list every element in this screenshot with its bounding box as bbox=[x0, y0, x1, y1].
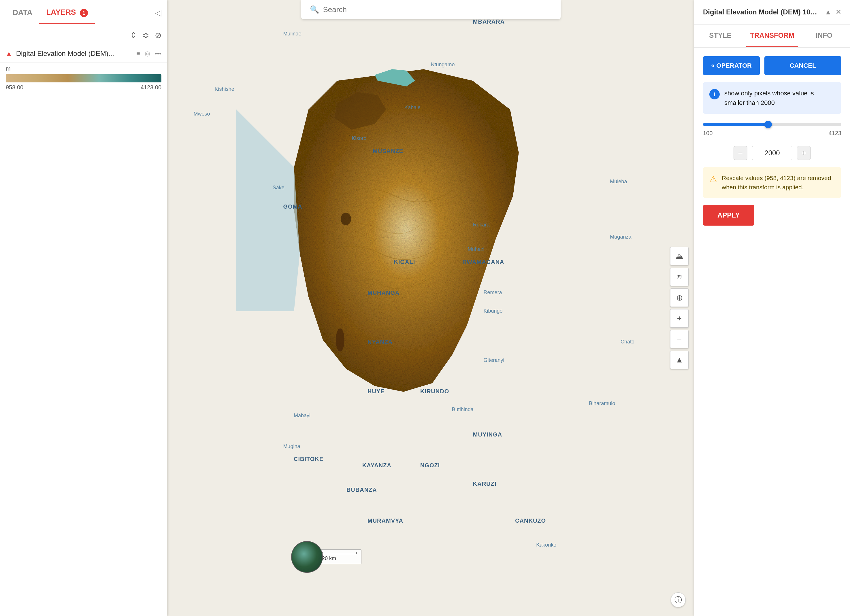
collapse-panel-button[interactable]: ◁ bbox=[155, 8, 162, 18]
rwanda-shape bbox=[294, 69, 519, 392]
svg-point-1 bbox=[336, 329, 344, 351]
terrain-lines-button[interactable]: ≋ bbox=[670, 268, 688, 286]
legend-container: m 958.00 4123.00 bbox=[0, 63, 167, 97]
map-city-label: Biharamulo bbox=[589, 401, 615, 407]
slider-thumb[interactable] bbox=[765, 121, 772, 128]
search-bar: 🔍 bbox=[301, 0, 561, 19]
legend-min-value: 958.00 bbox=[6, 84, 23, 91]
layer-settings-icon[interactable]: ≡ bbox=[136, 50, 140, 57]
map-city-label: Muganza bbox=[610, 234, 631, 240]
map-city-label: MUYINGA bbox=[473, 431, 502, 438]
map-city-label: MUHANGA bbox=[368, 290, 400, 296]
terrain-overlay bbox=[236, 23, 611, 498]
map-city-label: Giteranyi bbox=[483, 357, 504, 363]
left-panel-tabs: DATA LAYERS 1 ◁ bbox=[0, 0, 167, 26]
left-panel: DATA LAYERS 1 ◁ ⇕ ≎ ⊘ ▲ Digital Elevatio… bbox=[0, 0, 167, 616]
map-city-label: Chato bbox=[621, 339, 635, 345]
map-city-label: NYANZA bbox=[368, 339, 393, 345]
tab-data[interactable]: DATA bbox=[6, 2, 39, 24]
map-city-label: Mugina bbox=[283, 443, 300, 450]
legend-range: 958.00 4123.00 bbox=[6, 84, 162, 91]
increment-button[interactable]: + bbox=[797, 146, 811, 160]
scale-label: 20 km bbox=[322, 556, 336, 561]
map-city-label: MBARARA bbox=[473, 18, 505, 25]
layer-item: ▲ Digital Elevation Model (DEM)... ≡ ◎ •… bbox=[0, 45, 167, 63]
map-city-label: Mabayi bbox=[294, 413, 310, 419]
map-city-label: Kabale bbox=[404, 105, 421, 111]
decrement-button[interactable]: − bbox=[733, 146, 747, 160]
layer-more-icon[interactable]: ••• bbox=[155, 50, 162, 57]
hide-icon[interactable]: ⊘ bbox=[155, 31, 162, 40]
map-city-label: Remera bbox=[483, 290, 502, 296]
map-city-label: KAYANZA bbox=[362, 462, 391, 469]
location-button[interactable]: ⊕ bbox=[670, 289, 688, 307]
map-city-label: Sake bbox=[273, 185, 284, 191]
map-city-label: MUSANZE bbox=[373, 148, 403, 154]
search-input[interactable] bbox=[323, 5, 438, 14]
tab-info[interactable]: INFO bbox=[798, 24, 850, 47]
compass-button[interactable]: ▲ bbox=[670, 351, 688, 369]
operator-button[interactable]: « OPERATOR bbox=[703, 56, 760, 75]
map-city-label: NGOZI bbox=[420, 462, 440, 469]
info-message-text: show only pixels whose value is smaller … bbox=[724, 88, 835, 108]
tab-transform[interactable]: TRANSFORM bbox=[746, 24, 798, 47]
layer-toolbar: ⇕ ≎ ⊘ bbox=[0, 26, 167, 45]
map-city-label: Kishishe bbox=[215, 86, 234, 92]
map-city-label: MURAMVYA bbox=[368, 517, 403, 524]
map-city-label: CIBITOKE bbox=[294, 456, 323, 462]
slider-labels: 100 4123 bbox=[703, 130, 841, 136]
terrain-button[interactable]: ⛰ bbox=[670, 247, 688, 265]
apply-button[interactable]: APPLY bbox=[703, 205, 754, 226]
right-panel-body: « OPERATOR CANCEL i show only pixels who… bbox=[694, 48, 850, 616]
map-area[interactable]: 🔍 MBARARAMulindeNtungamoKishisheMwesoKab… bbox=[167, 0, 694, 616]
map-city-label: Kisoro bbox=[352, 135, 366, 142]
lake-kivu bbox=[236, 109, 300, 311]
warning-message-box: ⚠ Rescale values (958, 4123) are removed… bbox=[703, 167, 841, 198]
map-city-label: GOMA bbox=[283, 203, 302, 210]
right-panel: Digital Elevation Model (DEM) 10m Res...… bbox=[694, 0, 850, 616]
minimize-icon[interactable]: ▲ bbox=[825, 8, 832, 16]
map-city-label: Mweso bbox=[193, 111, 210, 117]
map-city-label: Ntungamo bbox=[431, 62, 455, 68]
layer-actions: ≡ ◎ ••• bbox=[136, 50, 162, 57]
zoom-out-button[interactable]: − bbox=[670, 330, 688, 348]
layer-expand-icon[interactable]: ▲ bbox=[6, 50, 12, 57]
value-input-row: − + bbox=[703, 146, 841, 160]
search-icon: 🔍 bbox=[310, 5, 319, 14]
layers-badge: 1 bbox=[80, 9, 88, 17]
info-icon: i bbox=[709, 89, 720, 99]
globe-preview[interactable] bbox=[291, 541, 323, 573]
map-city-label: KIRUNDO bbox=[420, 388, 449, 395]
scale-bar: 20 km bbox=[317, 549, 361, 564]
tab-layers[interactable]: LAYERS 1 bbox=[39, 2, 94, 24]
legend-color-bar bbox=[6, 74, 162, 82]
sort-icon[interactable]: ⇕ bbox=[130, 31, 137, 40]
map-city-label: BUBANZA bbox=[346, 487, 377, 493]
map-city-label: Butihinda bbox=[452, 407, 474, 413]
map-city-label: Muleba bbox=[610, 179, 627, 185]
slider-min-label: 100 bbox=[703, 130, 712, 136]
svg-point-0 bbox=[341, 212, 351, 225]
legend-unit: m bbox=[6, 66, 162, 72]
right-panel-header: Digital Elevation Model (DEM) 10m Res...… bbox=[694, 0, 850, 24]
map-city-label: Kakonko bbox=[536, 542, 556, 548]
cancel-button[interactable]: CANCEL bbox=[765, 56, 841, 75]
slider-track bbox=[703, 123, 841, 126]
tab-style[interactable]: STYLE bbox=[694, 24, 746, 47]
warning-message-text: Rescale values (958, 4123) are removed w… bbox=[722, 173, 835, 191]
layer-visibility-icon[interactable]: ◎ bbox=[145, 50, 150, 57]
close-panel-icon[interactable]: ✕ bbox=[836, 8, 841, 16]
app-container: DATA LAYERS 1 ◁ ⇕ ≎ ⊘ ▲ Digital Elevatio… bbox=[0, 0, 850, 616]
layer-name-label: Digital Elevation Model (DEM)... bbox=[16, 49, 132, 58]
right-panel-tabs: STYLE TRANSFORM INFO bbox=[694, 24, 850, 48]
map-info-button[interactable]: ⓘ bbox=[671, 592, 686, 607]
map-city-label: Mulinde bbox=[283, 31, 301, 37]
map-city-label: KARUZI bbox=[473, 481, 497, 487]
operator-cancel-row: « OPERATOR CANCEL bbox=[703, 56, 841, 75]
warning-icon: ⚠ bbox=[709, 174, 717, 184]
filter-icon[interactable]: ≎ bbox=[142, 31, 149, 40]
map-city-label: CANKUZO bbox=[515, 517, 546, 524]
threshold-value-input[interactable] bbox=[752, 146, 792, 160]
map-city-label: RWAMAGANA bbox=[462, 259, 504, 265]
zoom-in-button[interactable]: + bbox=[670, 309, 688, 327]
